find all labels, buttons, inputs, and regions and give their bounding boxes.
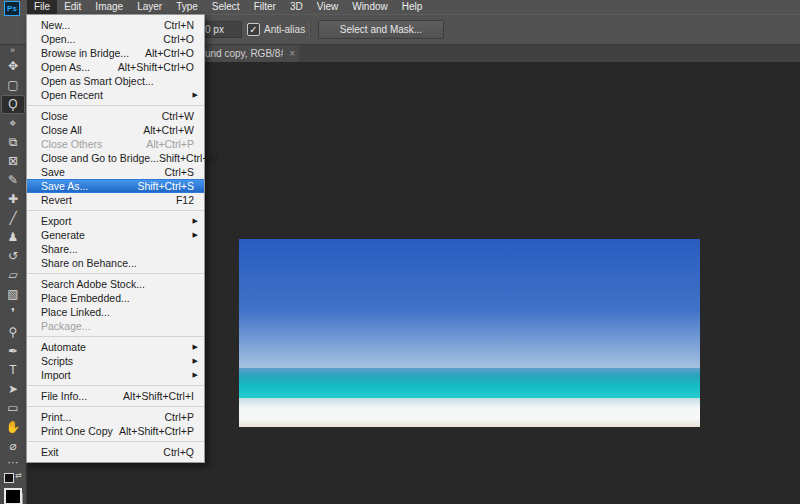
menu-filter[interactable]: Filter: [247, 0, 283, 14]
tool-eyedropper[interactable]: ✎: [1, 171, 25, 190]
tool-rectangle[interactable]: ▭: [1, 399, 25, 418]
menu-item-browse-in-bridge[interactable]: Browse in Bridge...Alt+Ctrl+O: [27, 46, 204, 60]
healing-brush-icon: ✚: [8, 190, 18, 209]
quick-selection-icon: ⌖: [10, 114, 17, 133]
menu-select[interactable]: Select: [205, 0, 247, 14]
menu-item-label: Save: [41, 166, 65, 178]
menu-item-label: Import: [41, 369, 71, 381]
move-icon: ✥: [8, 57, 18, 76]
tab-close-icon[interactable]: ×: [283, 45, 299, 62]
menu-item-shortcut: Ctrl+P: [165, 411, 194, 423]
blur-icon: ❜: [11, 304, 15, 323]
tool-brush[interactable]: ╱: [1, 209, 25, 228]
lasso-icon: Ϙ: [8, 95, 17, 114]
zoom-icon: ⌀: [9, 437, 16, 456]
color-swatches[interactable]: [4, 488, 23, 504]
tool-eraser[interactable]: ▱: [1, 266, 25, 285]
menu-item-save[interactable]: SaveCtrl+S: [27, 165, 204, 179]
menu-file[interactable]: File: [27, 0, 57, 14]
tool-frame[interactable]: ⊠: [1, 152, 25, 171]
submenu-arrow-icon: ▶: [193, 371, 198, 379]
swap-colors-control[interactable]: ⇄: [4, 471, 22, 485]
tool-quick-selection[interactable]: ⌖: [1, 114, 25, 133]
anti-alias-checkbox[interactable]: ✓: [247, 23, 260, 36]
tool-healing-brush[interactable]: ✚: [1, 190, 25, 209]
menu-item-import[interactable]: Import▶: [27, 368, 204, 382]
tool-type[interactable]: T: [1, 361, 25, 380]
menu-view[interactable]: View: [310, 0, 346, 14]
select-and-mask-button[interactable]: Select and Mask...: [318, 20, 444, 39]
menu-item-exit[interactable]: ExitCtrl+Q: [27, 445, 204, 459]
tool-rectangular-marquee[interactable]: ▢: [1, 76, 25, 95]
menu-layer[interactable]: Layer: [130, 0, 169, 14]
menu-type[interactable]: Type: [169, 0, 205, 14]
rectangle-icon: ▭: [7, 399, 18, 418]
anti-alias-label: Anti-alias: [264, 24, 305, 35]
eraser-icon: ▱: [8, 266, 17, 285]
submenu-arrow-icon: ▶: [193, 231, 198, 239]
menu-item-label: Share on Behance...: [41, 257, 137, 269]
menu-item-print-one-copy[interactable]: Print One CopyAlt+Shift+Ctrl+P: [27, 424, 204, 438]
tool-history-brush[interactable]: ↺: [1, 247, 25, 266]
menu-item-share-on-behance[interactable]: Share on Behance...: [27, 256, 204, 270]
menu-item-close[interactable]: CloseCtrl+W: [27, 109, 204, 123]
tool-zoom[interactable]: ⌀: [1, 437, 25, 456]
tool-blur[interactable]: ❜: [1, 304, 25, 323]
edit-toolbar-icon[interactable]: ⋯: [8, 456, 19, 470]
tool-move[interactable]: ✥: [1, 57, 25, 76]
menu-item-generate[interactable]: Generate▶: [27, 228, 204, 242]
menu-window[interactable]: Window: [345, 0, 395, 14]
menu-item-share[interactable]: Share...: [27, 242, 204, 256]
document-tab-title: und copy, RGB/8#) *: [202, 45, 283, 62]
menu-separator: [27, 210, 204, 211]
menu-3d[interactable]: 3D: [283, 0, 310, 14]
menu-item-open-as[interactable]: Open As...Alt+Shift+Ctrl+O: [27, 60, 204, 74]
document-tab[interactable]: und copy, RGB/8#) * ×: [202, 45, 299, 62]
tool-clone-stamp[interactable]: ♟: [1, 228, 25, 247]
menu-item-scripts[interactable]: Scripts▶: [27, 354, 204, 368]
menu-separator: [27, 385, 204, 386]
menu-item-search-adobe-stock[interactable]: Search Adobe Stock...: [27, 277, 204, 291]
menu-item-print[interactable]: Print...Ctrl+P: [27, 410, 204, 424]
menu-item-shortcut: Alt+Ctrl+O: [145, 47, 194, 59]
menu-item-automate[interactable]: Automate▶: [27, 340, 204, 354]
menu-item-shortcut: Alt+Ctrl+P: [146, 138, 194, 150]
menu-item-label: Open As...: [41, 61, 90, 73]
menu-item-label: Close Others: [41, 138, 102, 150]
tool-gradient[interactable]: ▧: [1, 285, 25, 304]
menu-item-close-and-go-to-bridge[interactable]: Close and Go to Bridge...Shift+Ctrl+W: [27, 151, 204, 165]
menu-item-open[interactable]: Open...Ctrl+O: [27, 32, 204, 46]
menu-item-shortcut: Alt+Shift+Ctrl+I: [123, 390, 194, 402]
gradient-icon: ▧: [7, 285, 18, 304]
frame-icon: ⊠: [8, 152, 18, 171]
menu-item-new[interactable]: New...Ctrl+N: [27, 18, 204, 32]
tool-lasso[interactable]: Ϙ: [1, 95, 25, 114]
beach-sand: [239, 427, 700, 504]
menu-item-label: Print One Copy: [41, 425, 113, 437]
menu-help[interactable]: Help: [395, 0, 430, 14]
menu-item-place-embedded[interactable]: Place Embedded...: [27, 291, 204, 305]
menu-image[interactable]: Image: [88, 0, 130, 14]
menu-item-close-all[interactable]: Close AllAlt+Ctrl+W: [27, 123, 204, 137]
menu-item-revert[interactable]: RevertF12: [27, 193, 204, 207]
tool-pen[interactable]: ✒: [1, 342, 25, 361]
tool-crop[interactable]: ⧉: [1, 133, 25, 152]
menu-item-label: Export: [41, 215, 71, 227]
menu-item-export[interactable]: Export▶: [27, 214, 204, 228]
menu-item-open-as-smart-object[interactable]: Open as Smart Object...: [27, 74, 204, 88]
tool-path-selection[interactable]: ➤: [1, 380, 25, 399]
menu-item-open-recent[interactable]: Open Recent▶: [27, 88, 204, 102]
canvas-document-image[interactable]: [239, 239, 700, 504]
menu-edit[interactable]: Edit: [57, 0, 88, 14]
menu-item-label: Automate: [41, 341, 86, 353]
menu-item-shortcut: Ctrl+O: [163, 33, 194, 45]
menu-item-save-as[interactable]: Save As...Shift+Ctrl+S: [27, 179, 204, 193]
menu-item-shortcut: Ctrl+W: [162, 110, 194, 122]
tool-dodge[interactable]: ⚲: [1, 323, 25, 342]
collapse-panel-icon[interactable]: »: [10, 45, 16, 57]
tool-hand[interactable]: ✋: [1, 418, 25, 437]
menu-item-file-info[interactable]: File Info...Alt+Shift+Ctrl+I: [27, 389, 204, 403]
foreground-color-swatch[interactable]: [4, 488, 22, 504]
menu-item-place-linked[interactable]: Place Linked...: [27, 305, 204, 319]
menu-item-label: File Info...: [41, 390, 87, 402]
